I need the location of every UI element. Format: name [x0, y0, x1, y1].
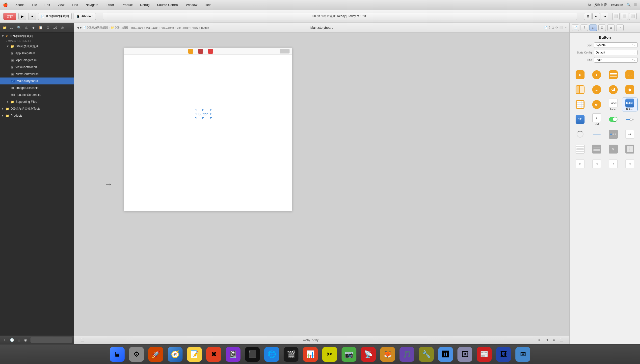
sidebar-item-launchscreen-xib[interactable]: xib LaunchScreen.xib [0, 91, 74, 98]
sidebar-item-root[interactable]: ▶ ▼ 009添加约束规则 [0, 33, 74, 40]
dock-system-prefs[interactable]: ⚙ [129, 347, 144, 362]
obj-line[interactable] [589, 127, 604, 141]
connections-inspector-btn[interactable]: → [616, 24, 624, 31]
obj-table1[interactable] [572, 142, 588, 156]
obj-row7-1[interactable]: ⊟ [572, 157, 588, 171]
filter-icon[interactable]: ⊡ [45, 25, 50, 31]
obj-more[interactable]: … [622, 68, 638, 82]
dock-photos[interactable]: 📷 [342, 347, 356, 362]
h-label[interactable]: hAny [312, 338, 318, 342]
dock-app-store[interactable]: 🅰 [438, 347, 453, 362]
state-config-input[interactable]: Default ⌃⌄ [594, 50, 638, 55]
history-btn[interactable]: 🕐 [9, 338, 15, 342]
dock-rocket[interactable]: 🚀 [148, 347, 163, 362]
dock-mascot[interactable]: 🦊 [380, 347, 395, 362]
dock-instruments[interactable]: 🔧 [419, 347, 434, 362]
title-input[interactable]: Plain ⌃⌄ [594, 57, 638, 63]
obj-table-view[interactable] [605, 68, 621, 82]
menu-help[interactable]: Help [203, 2, 213, 7]
dock-ms[interactable]: ✖ [206, 347, 221, 362]
obj-row7-4[interactable]: ⊞ [622, 157, 638, 171]
inspector-btn[interactable]: ⬜ [629, 13, 636, 20]
search-icon[interactable]: 🔍 [627, 3, 630, 7]
dock-mail[interactable]: ✉ [516, 347, 530, 362]
obj-grid1[interactable] [622, 142, 638, 156]
path-nav-prev[interactable]: ◀ [77, 26, 79, 29]
input-method-label[interactable]: 搜狗拼音 [594, 3, 607, 7]
resolve-icon[interactable]: ◈ [551, 337, 557, 343]
dock-safari[interactable]: 🧭 [168, 347, 182, 362]
path-segment-mainboard[interactable]: Mai…oard [130, 26, 143, 29]
handle-mr[interactable] [210, 113, 212, 115]
dock-onenote[interactable]: 📓 [226, 347, 240, 362]
sidebar-item-appdelegate-m[interactable]: m AppDelegate.m [0, 57, 74, 64]
run-button[interactable]: ▶ [18, 13, 26, 20]
obj-cube[interactable]: ◆ [622, 83, 638, 96]
source-control-icon[interactable]: ⎇ [9, 25, 14, 31]
obj-media-player[interactable]: ⏭ [589, 98, 604, 112]
button-widget[interactable]: Button [195, 109, 212, 119]
handle-tc[interactable] [202, 109, 204, 111]
breakpoint-icon[interactable]: ◆ [31, 25, 36, 31]
dock-notes[interactable]: 📝 [187, 347, 202, 362]
dock-scissors[interactable]: ✂ [322, 347, 337, 362]
sidebar-item-viewcontroller-m[interactable]: m ViewController.m [0, 70, 74, 78]
dock-video[interactable]: 🎬 [284, 347, 298, 362]
file-inspector-btn[interactable]: 📄 [572, 24, 579, 31]
align-icon[interactable]: ≡ [536, 337, 542, 343]
forward-nav-btn[interactable]: → [564, 26, 567, 29]
branch-icon[interactable]: ⎇ [52, 25, 58, 31]
identity-inspector-btn[interactable]: ⊙ [590, 24, 597, 31]
handle-bl[interactable] [195, 117, 196, 119]
sidebar-item-tests[interactable]: ▶ 📁 009添加约束规则Tests [0, 105, 74, 112]
handle-ml[interactable] [195, 113, 196, 115]
menu-edit[interactable]: Edit [43, 2, 52, 7]
sidebar-item-group1[interactable]: ▶ 📁 009添加约束规则 [0, 43, 74, 50]
search-sidebar-icon[interactable]: 🔍 [16, 25, 22, 31]
sidebar-item-supporting-files[interactable]: ▶ 📁 Supporting Files [0, 98, 74, 105]
dock-preview[interactable]: 🖼 [458, 347, 472, 362]
menu-debug[interactable]: Debug [139, 2, 151, 7]
sidebar-item-appdelegate-h[interactable]: h AppDelegate.h [0, 50, 74, 57]
help-btn[interactable]: ? [549, 26, 550, 29]
warning-icon[interactable]: ⚠ [24, 25, 29, 31]
menu-find[interactable]: Find [70, 2, 80, 7]
size-inspector-btn[interactable]: ⊠ [607, 24, 615, 31]
obj-label[interactable]: Label Label [605, 98, 621, 112]
handle-br[interactable] [210, 117, 212, 119]
obj-text[interactable]: T Text [589, 112, 604, 126]
obj-view-controller[interactable]: ⊡ [572, 68, 588, 82]
dock-vpn[interactable]: 🌐 [264, 347, 279, 362]
device-selector[interactable]: 📱 iPhone 6 [74, 13, 96, 20]
menu-file[interactable]: File [30, 2, 39, 7]
handle-tl[interactable] [195, 109, 196, 111]
menu-editor[interactable]: Editor [104, 2, 116, 7]
obj-stepper[interactable]: −+ [622, 127, 638, 141]
sidebar-item-viewcontroller-h[interactable]: h ViewController.h [0, 64, 74, 70]
obj-image-view[interactable]: 🖼 [605, 83, 621, 96]
menu-source-control[interactable]: Source Control [156, 2, 180, 7]
iphone-frame[interactable]: Button [124, 48, 292, 211]
w-label[interactable]: wAny [303, 338, 310, 342]
obj-slider[interactable] [622, 112, 638, 126]
menu-navigate[interactable]: Navigate [84, 2, 100, 7]
localize-btn[interactable]: ⊞ [16, 338, 22, 342]
dock-ppt[interactable]: 📊 [303, 347, 318, 362]
quick-help-btn[interactable]: ? [580, 24, 588, 31]
path-segment-button[interactable]: Button [201, 26, 209, 29]
list-icon[interactable]: ☰ [634, 3, 637, 7]
forward-icon[interactable]: → [67, 25, 72, 31]
menu-window[interactable]: Window [184, 2, 199, 7]
obj-toggle[interactable] [605, 112, 621, 126]
filter-sidebar-btn[interactable]: ◉ [23, 338, 28, 342]
dock-csdn[interactable]: 📰 [477, 347, 492, 362]
dock-music[interactable]: 🎵 [400, 347, 414, 362]
obj-split-view[interactable] [572, 83, 588, 96]
frame-icon[interactable]: ⬜ [79, 337, 85, 343]
dock-terminal[interactable]: ⬛ [245, 347, 260, 362]
obj-page-control[interactable] [605, 127, 621, 141]
obj-row7-2[interactable]: ⊡ [589, 157, 604, 171]
obj-activity[interactable] [572, 127, 588, 141]
view-mode-btn[interactable]: ⬜ [559, 26, 563, 29]
folder-icon[interactable]: 📁 [2, 25, 7, 31]
